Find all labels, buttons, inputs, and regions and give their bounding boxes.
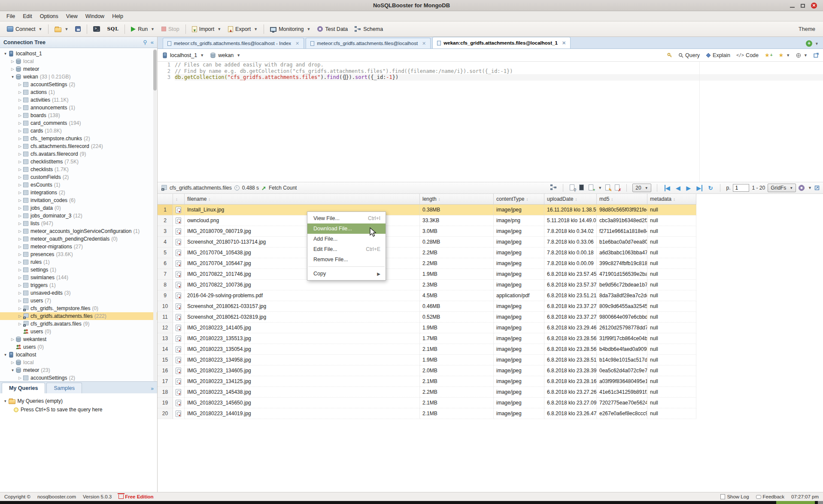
theme-link[interactable]: Theme bbox=[799, 26, 820, 32]
expand-arrow-icon[interactable]: ▷ bbox=[17, 98, 23, 102]
expand-arrow-icon[interactable]: ▷ bbox=[17, 190, 23, 195]
table-row[interactable]: 3IMG_20180709_080719.jpg3.0MBimage/jpeg7… bbox=[158, 226, 696, 237]
table-row[interactable]: 5IMG_20170704_105438.jpg2.2MBimage/jpeg7… bbox=[158, 247, 696, 258]
shell-button[interactable]: >_ bbox=[90, 24, 103, 33]
monitoring-button[interactable]: Monitoring ▼ bbox=[267, 24, 314, 34]
tree-item-local[interactable]: ▷local bbox=[0, 57, 157, 65]
tree-item-activities[interactable]: ▷activities(11.1K) bbox=[0, 96, 157, 104]
file-preview-icon[interactable] bbox=[176, 293, 181, 299]
tree-item-cards[interactable]: ▷cards(10.8K) bbox=[0, 127, 157, 135]
table-row[interactable]: 2owncloud.png33.3KBimage/png5.11.2018 kl… bbox=[158, 215, 696, 226]
table-row[interactable]: 13IMG_20180223_135513.jpg1.7MBimage/jpeg… bbox=[158, 333, 696, 344]
expand-arrow-icon[interactable]: ▷ bbox=[17, 198, 23, 202]
tree-item-swimlanes[interactable]: ▷swimlanes(144) bbox=[0, 274, 157, 281]
edit-document-button[interactable]: ✎ bbox=[604, 184, 611, 191]
tree-item-integrations[interactable]: ▷integrations(2) bbox=[0, 189, 157, 196]
tree-item-announcements[interactable]: ▷announcements(1) bbox=[0, 104, 157, 112]
connection-selector[interactable]: localhost_1 ▼ bbox=[162, 52, 204, 58]
tree-item-meteor-migrations[interactable]: ▷meteor-migrations(27) bbox=[0, 243, 157, 250]
menu-item-remove-file-[interactable]: Remove File... bbox=[307, 254, 386, 265]
sql-button[interactable]: SQL bbox=[103, 24, 122, 33]
expand-panel-icon[interactable]: » bbox=[151, 386, 157, 393]
expand-arrow-icon[interactable]: ▷ bbox=[17, 152, 23, 156]
tree-item-wekantest[interactable]: ▷wekantest bbox=[0, 335, 157, 343]
tree-item-accountsettings[interactable]: ▷accountSettings(2) bbox=[0, 81, 157, 88]
close-tab-icon[interactable]: ✕ bbox=[562, 40, 566, 46]
expand-arrow-icon[interactable]: ▷ bbox=[17, 244, 23, 249]
expand-arrow-icon[interactable]: ▷ bbox=[17, 121, 23, 125]
file-preview-icon[interactable] bbox=[176, 250, 181, 256]
show-log-button[interactable]: Show Log bbox=[727, 494, 749, 499]
file-preview-icon[interactable] bbox=[176, 335, 181, 342]
tree-item-wekan[interactable]: ▾wekan(33 | 0.21GB) bbox=[0, 73, 157, 81]
stop-button[interactable]: Stop bbox=[158, 24, 183, 34]
expand-arrow-icon[interactable]: ▷ bbox=[17, 229, 23, 233]
tree-item-users[interactable]: users(0) bbox=[0, 343, 157, 351]
file-preview-icon[interactable] bbox=[176, 325, 181, 331]
expand-arrow-icon[interactable]: ▷ bbox=[17, 106, 23, 110]
editor-tab-2[interactable]: meteor:cfs_gridfs.attachments.files@loca… bbox=[306, 38, 431, 48]
expand-arrow-icon[interactable]: ▷ bbox=[17, 283, 23, 287]
collapse-arrow-icon[interactable]: ▾ bbox=[10, 368, 15, 372]
expand-arrow-icon[interactable]: ▷ bbox=[17, 221, 23, 226]
tree-item-checklists[interactable]: ▷checklists(1.7K) bbox=[0, 166, 157, 173]
table-row[interactable]: 10Screenshot_20180621-033157.jpg0.46MBim… bbox=[158, 301, 696, 312]
expand-arrow-icon[interactable]: ▷ bbox=[17, 376, 23, 380]
file-preview-icon[interactable] bbox=[176, 239, 181, 245]
menu-item-view-file-[interactable]: View File...Ctrl+I bbox=[307, 213, 386, 223]
site-link[interactable]: nosqlbooster.com bbox=[37, 494, 76, 499]
tree-item-cfs-tempstore-chunks[interactable]: ▷cfs._tempstore.chunks(2) bbox=[0, 135, 157, 142]
file-preview-icon[interactable] bbox=[176, 400, 181, 406]
add-favorite-button[interactable]: ★+ bbox=[765, 52, 773, 58]
tree-item-users[interactable]: ▷users(7) bbox=[0, 297, 157, 305]
expand-arrow-icon[interactable]: ▷ bbox=[17, 136, 23, 141]
tree-item-actions[interactable]: ▷actions(1) bbox=[0, 88, 157, 96]
code-button[interactable]: </> Code bbox=[736, 52, 759, 58]
table-row[interactable]: 18IMG_20180223_145438.jpg2.2MBimage/jpeg… bbox=[158, 387, 696, 398]
settings-gear-icon[interactable] bbox=[799, 185, 805, 191]
collapse-sidebar-icon[interactable]: « bbox=[151, 39, 154, 45]
fetch-count-link[interactable]: Fetch Count bbox=[269, 185, 297, 191]
menu-options[interactable]: Options bbox=[36, 12, 62, 21]
tree-item-lists[interactable]: ▷lists(947) bbox=[0, 220, 157, 227]
file-preview-icon[interactable] bbox=[176, 282, 181, 288]
expand-arrow-icon[interactable]: ▷ bbox=[17, 237, 23, 241]
table-row[interactable]: 6IMG_20170704_105447.jpg2.2MBimage/jpeg7… bbox=[158, 258, 696, 269]
menu-view[interactable]: View bbox=[62, 12, 82, 21]
expand-arrow-icon[interactable]: ▷ bbox=[10, 67, 15, 71]
file-preview-icon[interactable] bbox=[176, 368, 181, 374]
table-row[interactable]: 16IMG_20180223_134605.jpg2.0MBimage/jpeg… bbox=[158, 365, 696, 376]
export-button[interactable]: ▲ Export ▼ bbox=[225, 24, 261, 34]
close-button[interactable]: ✕ bbox=[811, 3, 817, 9]
maximize-button[interactable] bbox=[801, 4, 805, 8]
tree-item-unsaved-edits[interactable]: ▷unsaved-edits(3) bbox=[0, 289, 157, 297]
expand-arrow-icon[interactable]: ▷ bbox=[17, 129, 23, 133]
save-button[interactable] bbox=[72, 24, 84, 33]
menu-help[interactable]: Help bbox=[108, 12, 127, 21]
last-page-button[interactable]: ▶ bbox=[697, 185, 702, 191]
page-size-select[interactable]: 20 ▼ bbox=[632, 184, 651, 192]
table-row[interactable]: 7IMG_20170822_101746.jpg1.9MBimage/jpeg6… bbox=[158, 269, 696, 280]
tab-samples[interactable]: Samples bbox=[46, 383, 82, 393]
refresh-button[interactable]: ↻ bbox=[708, 185, 713, 191]
next-page-button[interactable]: ▶ bbox=[686, 185, 691, 191]
tree-item-cfs-gridfs-avatars-files[interactable]: ▷cfs_gridfs.avatars.files(9) bbox=[0, 320, 157, 328]
tab-my-queries[interactable]: My Queries bbox=[2, 383, 45, 393]
editor-tab-1[interactable]: meteor:cfs_gridfs.attachments.files@loca… bbox=[163, 38, 304, 48]
file-preview-icon[interactable] bbox=[176, 346, 181, 353]
tree-item-invitation-codes[interactable]: ▷invitation_codes(6) bbox=[0, 196, 157, 204]
sort-arrows-icon[interactable]: ↕ bbox=[176, 197, 178, 202]
close-tab-icon[interactable]: ✕ bbox=[422, 41, 426, 46]
maximize-results-icon[interactable] bbox=[814, 185, 820, 190]
file-preview-icon[interactable] bbox=[176, 228, 181, 235]
expand-arrow-icon[interactable]: ▷ bbox=[10, 337, 15, 341]
tree-item-boards[interactable]: ▷boards(138) bbox=[0, 112, 157, 119]
tree-item-users[interactable]: users(0) bbox=[0, 328, 157, 335]
test-data-button[interactable]: Test Data bbox=[314, 24, 351, 34]
expand-arrow-icon[interactable]: ▷ bbox=[17, 275, 23, 280]
sort-arrows-icon[interactable]: ↕ bbox=[526, 197, 528, 202]
column-header-metadata[interactable]: metadata↕ bbox=[647, 194, 696, 204]
file-preview-icon[interactable] bbox=[176, 303, 181, 310]
table-row[interactable]: 92016-04-29-solving-problems.pdf4.5MBapp… bbox=[158, 290, 696, 301]
tree-item-meteor[interactable]: ▾meteor(23) bbox=[0, 366, 157, 374]
